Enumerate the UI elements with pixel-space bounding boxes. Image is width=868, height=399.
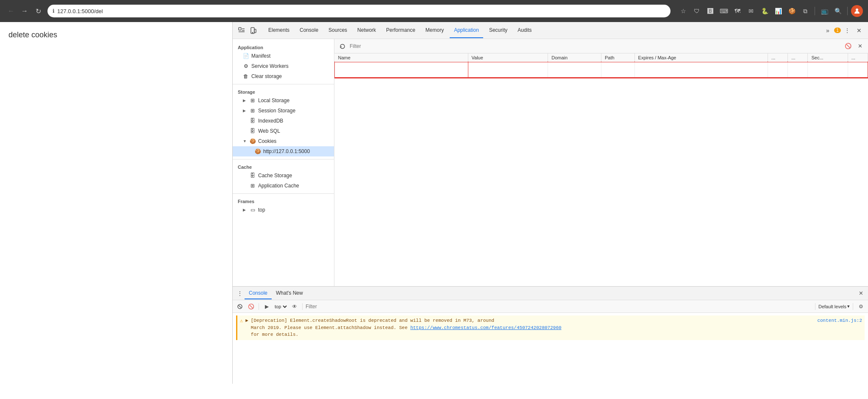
ext6-button[interactable]: 🐍 <box>759 5 771 17</box>
cookie-table: Name Value Domain Path Expires / Max-Age… <box>334 53 868 78</box>
toolbar-right: ☆ 🛡 🅱 ⌨ 🗺 ✉ 🐍 📊 🍪 ⧉ 📺 🔍 <box>677 5 863 17</box>
chevron-right-icon: ▶ <box>243 109 247 113</box>
devtools-close-button[interactable]: ✕ <box>854 25 865 36</box>
app-cache-icon: ⊞ <box>250 183 256 189</box>
ext4-button[interactable]: 🗺 <box>732 5 743 17</box>
devtools-more: » 1 ⋮ ✕ <box>822 25 865 36</box>
sidebar-item-session-storage[interactable]: ▶ ⊞ Session Storage <box>233 106 334 116</box>
sidebar-divider-3 <box>233 193 334 194</box>
inspect-element-button[interactable] <box>236 25 247 36</box>
ext10-button[interactable]: 📺 <box>818 5 830 17</box>
devtools-tab-sources[interactable]: Sources <box>324 23 351 38</box>
sidebar-item-clear-storage[interactable]: 🗑 Clear storage <box>233 71 334 81</box>
close-cookies-button[interactable]: ✕ <box>855 42 865 51</box>
devtools-panel: Elements Console Sources Network Perform… <box>232 22 868 384</box>
search-button[interactable]: 🔍 <box>832 5 844 17</box>
ext1-button[interactable]: 🛡 <box>691 5 703 17</box>
devtools-tab-network[interactable]: Network <box>353 23 380 38</box>
more-tabs-button[interactable]: » <box>822 25 833 36</box>
sidebar-item-indexeddb[interactable]: ▶ 🗄 IndexedDB <box>233 116 334 126</box>
console-expand-arrow[interactable]: ▶ <box>245 317 248 338</box>
console-filter-input[interactable] <box>306 304 812 310</box>
devtools-tab-performance[interactable]: Performance <box>382 23 420 38</box>
devtools-tab-memory[interactable]: Memory <box>421 23 448 38</box>
console-tab-console[interactable]: Console <box>245 287 272 299</box>
sidebar-app-cache-label: Application Cache <box>258 183 299 189</box>
console-drawer-dots[interactable]: ⋮ <box>235 289 245 298</box>
device-toolbar-button[interactable] <box>248 25 259 36</box>
ext8-button[interactable]: 🍪 <box>786 5 798 17</box>
cookie-toolbar: 🚫 ✕ <box>334 39 868 53</box>
ext3-button[interactable]: ⌨ <box>718 5 730 17</box>
sidebar-item-local-storage[interactable]: ▶ ⊞ Local Storage <box>233 95 334 106</box>
sidebar-item-cookies[interactable]: ▼ 🍪 Cookies <box>233 136 334 146</box>
console-context-select[interactable]: top <box>273 304 288 310</box>
cookie-filter-input[interactable] <box>350 43 841 49</box>
col-domain: Domain <box>548 53 601 62</box>
sidebar-item-manifest[interactable]: 📄 Manifest <box>233 51 334 61</box>
svg-rect-1 <box>239 28 241 30</box>
console-toolbar-divider3 <box>815 303 815 310</box>
console-eye-button[interactable]: 👁 <box>290 302 299 311</box>
svg-point-0 <box>856 8 858 11</box>
col-extra1: ... <box>768 53 788 62</box>
ext7-button[interactable]: 📊 <box>772 5 784 17</box>
sidebar-item-app-cache[interactable]: ▶ ⊞ Application Cache <box>233 181 334 191</box>
devtools-tab-security[interactable]: Security <box>485 23 512 38</box>
sidebar-item-websql[interactable]: ▶ 🗄 Web SQL <box>233 126 334 136</box>
sidebar-item-cache-storage[interactable]: ▶ 🗄 Cache Storage <box>233 170 334 181</box>
url-text: 127.0.0.1:5000/del <box>57 8 103 14</box>
ext2-button[interactable]: 🅱 <box>704 5 716 17</box>
chevron-down-icon: ▼ <box>243 139 247 143</box>
sidebar-item-frames-top[interactable]: ▶ ▭ top <box>233 205 334 215</box>
sidebar-cache-storage-label: Cache Storage <box>258 173 292 179</box>
main-layout: delete cookies <box>0 22 868 384</box>
sidebar-section-application: Application <box>233 42 334 51</box>
sidebar-item-cookies-url[interactable]: ▶ 🍪 http://127.0.0.1:5000 <box>233 146 334 156</box>
console-settings-button[interactable]: ⚙ <box>856 302 865 311</box>
cookie-extra3-cell <box>848 62 868 78</box>
devtools-main: 🚫 ✕ Name Value Domain Path Expires / Max… <box>334 39 868 286</box>
console-level-label: Default levels <box>818 304 846 309</box>
clear-filter-button[interactable]: 🚫 <box>843 42 853 51</box>
console-clear-button[interactable] <box>235 302 245 311</box>
sidebar-websql-label: Web SQL <box>258 128 280 134</box>
forward-button[interactable]: → <box>19 5 31 17</box>
console-level-select[interactable]: Default levels ▾ <box>818 304 850 309</box>
indexeddb-icon: 🗄 <box>250 118 256 124</box>
cookie-value-cell <box>468 62 548 78</box>
cookie-empty-row[interactable] <box>335 62 868 78</box>
devtools-tab-application[interactable]: Application <box>450 23 483 38</box>
profile-icon[interactable] <box>851 5 863 17</box>
sidebar-manifest-label: Manifest <box>251 53 270 59</box>
console-close-button[interactable]: ✕ <box>856 289 865 298</box>
bookmark-button[interactable]: ☆ <box>677 5 689 17</box>
cookies-icon: 🍪 <box>250 138 256 144</box>
col-path: Path <box>601 53 634 62</box>
devtools-tab-elements[interactable]: Elements <box>264 23 294 38</box>
reload-button[interactable]: ↻ <box>32 5 44 17</box>
console-link[interactable]: https://www.chromestatus.com/features/45… <box>410 325 561 330</box>
sidebar-clear-storage-label: Clear storage <box>251 73 282 79</box>
devtools-tab-console[interactable]: Console <box>295 23 323 38</box>
devtools-tab-audits[interactable]: Audits <box>513 23 536 38</box>
sidebar-item-service-workers[interactable]: ⚙ Service Workers <box>233 61 334 71</box>
devtools-menu-button[interactable]: ⋮ <box>842 25 853 36</box>
refresh-cookies-button[interactable] <box>338 42 347 51</box>
console-tabbar: ⋮ Console What's New ✕ <box>233 287 868 300</box>
col-sec: Sec... <box>808 53 848 62</box>
console-toolbar-divider <box>259 303 259 310</box>
warning-triangle-icon: ⚠ <box>240 317 243 338</box>
address-bar[interactable]: ℹ 127.0.0.1:5000/del <box>47 5 670 17</box>
ext9-button[interactable]: ⧉ <box>799 5 811 17</box>
cookie-sec-cell <box>808 62 848 78</box>
service-workers-icon: ⚙ <box>243 63 249 69</box>
ext5-button[interactable]: ✉ <box>745 5 757 17</box>
console-file-ref[interactable]: content.min.js:2 <box>817 317 862 338</box>
back-button[interactable]: ← <box>5 5 17 17</box>
sidebar-section-frames: Frames <box>233 196 334 205</box>
console-tab-whatsnew[interactable]: What's New <box>272 287 307 299</box>
warning-badge: 1 <box>834 28 841 33</box>
console-block-button[interactable]: 🚫 <box>246 302 256 311</box>
page-area: delete cookies <box>0 22 232 384</box>
